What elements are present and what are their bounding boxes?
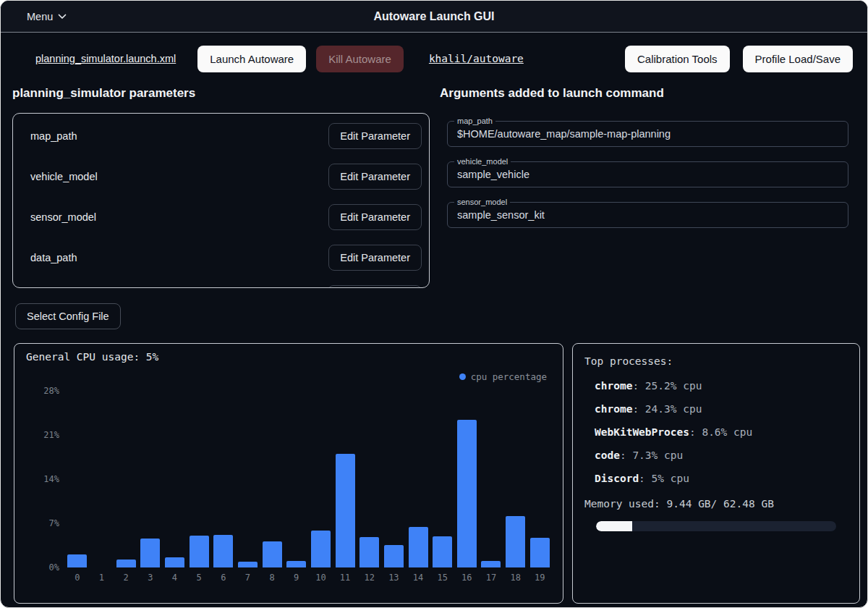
edit-parameter-button[interactable]: Edit Parameter (328, 204, 422, 230)
cpu-bar (506, 516, 525, 567)
x-axis-tick-label: 3 (138, 573, 163, 583)
argument-field: vehicle_model (447, 161, 848, 187)
calibration-tools-button[interactable]: Calibration Tools (625, 46, 730, 72)
bar-slot (187, 391, 211, 567)
cpu-bar (359, 537, 379, 567)
x-axis-tick-label: 5 (187, 573, 211, 583)
y-axis-tick-label: 21% (30, 430, 59, 440)
bar-slot (236, 391, 260, 567)
x-axis-tick-label: 19 (527, 573, 552, 583)
process-row: Discord: 5% cpu (595, 467, 848, 490)
parameter-label: map_path (30, 130, 77, 142)
argument-field: sensor_model (447, 202, 848, 228)
x-axis-ticks: 012345678910111213141516171819 (65, 573, 552, 583)
x-axis-tick-label: 13 (382, 573, 407, 583)
bar-slot (284, 391, 309, 567)
bar-slot (503, 391, 528, 567)
edit-parameter-button[interactable]: Edit Parameter (328, 164, 422, 190)
argument-field-label: vehicle_model (454, 157, 511, 166)
parameter-list: map_path Edit Parameter vehicle_model Ed… (13, 116, 429, 278)
parameters-heading: planning_simulator parameters (12, 86, 195, 101)
bar-slot (90, 391, 114, 567)
legend-dot-icon (459, 373, 466, 380)
argument-field-input[interactable] (448, 122, 848, 146)
x-axis-tick-label: 17 (479, 573, 503, 583)
cpu-usage-title: General CPU usage: 5% (26, 351, 158, 363)
x-axis-tick-label: 1 (90, 573, 114, 583)
cpu-usage-panel: General CPU usage: 5% cpu percentage 0%7… (14, 343, 563, 604)
bars (65, 391, 552, 567)
argument-field-label: sensor_model (454, 198, 510, 207)
bar-slot (333, 391, 357, 567)
parameters-panel: map_path Edit Parameter vehicle_model Ed… (12, 113, 430, 288)
parameter-row: data_path Edit Parameter (13, 237, 429, 278)
process-name: WebKitWebProces (595, 426, 689, 438)
parameter-row: vehicle_model Edit Parameter (13, 156, 429, 197)
parameter-row-clipped (13, 278, 429, 288)
parameter-row: map_path Edit Parameter (13, 116, 429, 156)
bar-slot (430, 391, 455, 567)
bar-slot (163, 391, 187, 567)
launch-file-link[interactable]: planning_simulator.launch.xml (35, 53, 176, 64)
app-title: Autoware Launch GUI (1, 10, 867, 23)
parameter-label: sensor_model (30, 211, 96, 223)
toolbar: planning_simulator.launch.xml Launch Aut… (1, 33, 867, 85)
process-name: chrome (595, 403, 632, 415)
process-name: chrome (595, 380, 632, 392)
menu-button[interactable]: Menu (27, 11, 67, 22)
edit-parameter-button-clipped[interactable] (328, 285, 422, 288)
cpu-bar (263, 541, 282, 567)
argument-field: map_path (447, 121, 848, 147)
x-axis-tick-label: 15 (430, 573, 455, 583)
x-axis-tick-label: 6 (211, 573, 236, 583)
profile-load-save-button[interactable]: Profile Load/Save (743, 46, 853, 72)
menu-button-label: Menu (27, 11, 53, 22)
kill-autoware-button[interactable]: Kill Autoware (316, 46, 404, 72)
arguments-heading: Arguments added to launch command (440, 86, 664, 101)
cpu-bar (457, 420, 477, 567)
bar-slot (406, 391, 430, 567)
process-stat: : 25.2% cpu (632, 380, 702, 392)
x-axis-tick-label: 10 (309, 573, 333, 583)
argument-fields: map_path vehicle_model sensor_model (447, 121, 848, 228)
edit-parameter-button[interactable]: Edit Parameter (328, 245, 422, 271)
argument-field-label: map_path (454, 117, 495, 126)
top-menu-bar: Menu Autoware Launch GUI (1, 1, 867, 33)
bar-slot (211, 391, 236, 567)
y-axis-tick-label: 14% (30, 474, 59, 484)
process-list: chrome: 25.2% cpu chrome: 24.3% cpu WebK… (584, 374, 848, 490)
bar-slot (382, 391, 407, 567)
launch-autoware-button[interactable]: Launch Autoware (197, 46, 306, 72)
process-name: Discord (595, 473, 639, 484)
x-axis-tick-label: 16 (455, 573, 480, 583)
cpu-bar-chart: 0%7%14%21%28% 01234567891011121314151617… (65, 391, 552, 567)
memory-progress-bar (596, 521, 836, 531)
x-axis-tick-label: 4 (163, 573, 187, 583)
x-axis-tick-label: 0 (65, 573, 90, 583)
bar-slot (260, 391, 284, 567)
y-axis-tick-label: 7% (30, 518, 59, 528)
cpu-bar (481, 561, 501, 567)
y-axis-tick-label: 0% (30, 562, 59, 573)
process-stat: : 24.3% cpu (632, 403, 702, 415)
edit-parameter-button[interactable]: Edit Parameter (328, 123, 422, 149)
bar-slot (455, 391, 480, 567)
bar-slot (309, 391, 333, 567)
parameter-row: sensor_model Edit Parameter (13, 197, 429, 237)
cpu-bar (238, 562, 258, 567)
repo-link[interactable]: khalil/autoware (429, 53, 524, 64)
top-processes-panel: Top processes: chrome: 25.2% cpu chrome:… (572, 343, 860, 604)
cpu-bar (530, 538, 550, 567)
cpu-bar (165, 557, 184, 567)
cpu-bar (311, 531, 331, 567)
cpu-bar (116, 560, 136, 567)
bar-slot (65, 391, 90, 567)
x-axis-tick-label: 14 (406, 573, 430, 583)
x-axis-tick-label: 9 (284, 573, 309, 583)
process-stat: : 7.3% cpu (620, 449, 683, 461)
x-axis-tick-label: 2 (114, 573, 138, 583)
select-config-file-button[interactable]: Select Config File (15, 303, 121, 329)
y-axis-tick-label: 28% (30, 386, 59, 396)
cpu-bar (213, 535, 233, 567)
process-stat: : 8.6% cpu (689, 426, 752, 438)
